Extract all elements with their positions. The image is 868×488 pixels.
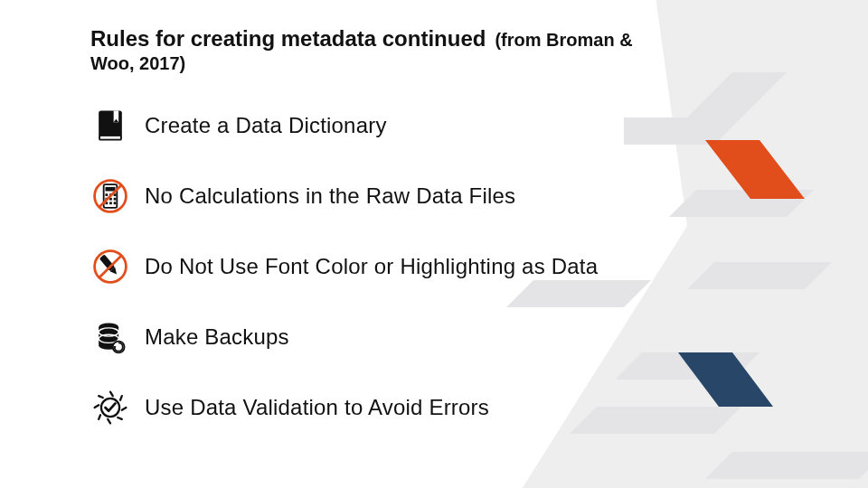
list-item: Create a Data Dictionary	[90, 106, 814, 145]
no-highlighter-icon	[90, 247, 130, 286]
rule-label: Make Backups	[145, 324, 289, 350]
slide-content: Rules for creating metadata continued (f…	[0, 0, 868, 427]
rules-list: Create a Data Dictionary No Calculations…	[90, 106, 814, 427]
svg-marker-7	[705, 452, 868, 479]
title-main: Rules for creating metadata continued	[90, 25, 486, 52]
no-calculator-icon	[90, 176, 130, 216]
title-source-line2: Woo, 2017)	[90, 52, 814, 75]
svg-rect-25	[114, 202, 117, 204]
slide-title: Rules for creating metadata continued (f…	[90, 25, 814, 75]
rule-label: No Calculations in the Raw Data Files	[145, 183, 515, 209]
svg-rect-24	[109, 202, 112, 204]
rule-label: Create a Data Dictionary	[145, 113, 387, 138]
book-icon	[90, 106, 130, 145]
rule-label: Use Data Validation to Avoid Errors	[145, 395, 489, 420]
validation-gear-icon	[90, 388, 130, 427]
svg-rect-17	[106, 193, 108, 196]
svg-rect-22	[114, 198, 117, 201]
svg-rect-12	[100, 136, 120, 139]
list-item: Make Backups	[90, 317, 814, 357]
list-item: Do Not Use Font Color or Highlighting as…	[90, 247, 814, 286]
list-item: No Calculations in the Raw Data Files	[90, 176, 814, 216]
database-backup-icon	[90, 317, 130, 357]
title-source: (from Broman &	[495, 29, 632, 52]
rule-label: Do Not Use Font Color or Highlighting as…	[145, 254, 598, 279]
list-item: Use Data Validation to Avoid Errors	[90, 388, 814, 427]
svg-rect-16	[106, 187, 116, 192]
